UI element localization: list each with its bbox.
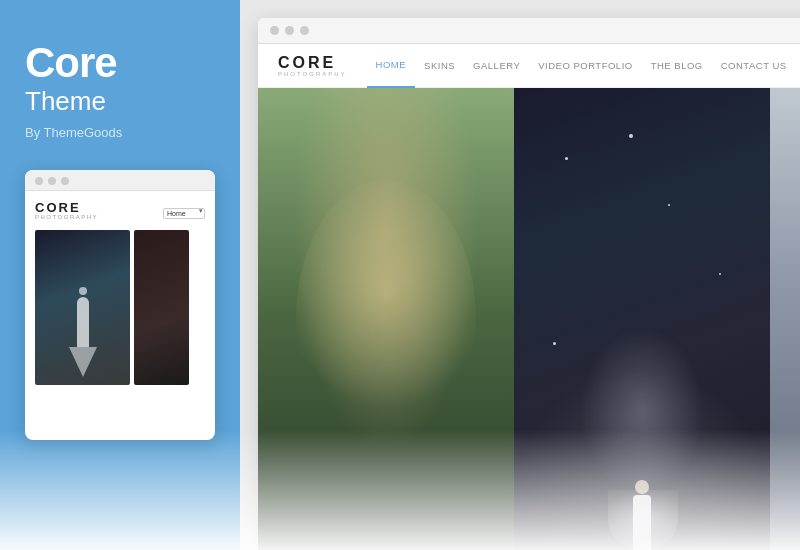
mini-dot-3 bbox=[61, 177, 69, 185]
mini-select-wrapper[interactable]: Home Gallery About bbox=[163, 202, 205, 220]
nav-item-home[interactable]: HOME bbox=[367, 44, 416, 88]
browser-dot-1 bbox=[270, 26, 279, 35]
nav-item-blog[interactable]: THE BLOG bbox=[642, 44, 712, 88]
nav-item-skins[interactable]: SKINS bbox=[415, 44, 464, 88]
center-figure bbox=[602, 157, 682, 550]
mini-nav-select[interactable]: Home Gallery About bbox=[163, 208, 205, 219]
gallery-image-center bbox=[514, 88, 770, 550]
gallery-col-right bbox=[770, 88, 800, 550]
browser-bar bbox=[258, 18, 800, 44]
mini-header-row: CORE PHOTOGRAPHY Home Gallery About bbox=[35, 201, 205, 220]
browser-dot-2 bbox=[285, 26, 294, 35]
mini-main-image bbox=[35, 230, 130, 385]
theme-title: Core Theme By ThemeGoods bbox=[25, 40, 122, 170]
nav-item-contact[interactable]: CONTACT US bbox=[712, 44, 796, 88]
mini-browser-bar bbox=[25, 170, 215, 191]
mini-dot-1 bbox=[35, 177, 43, 185]
mini-preview: CORE PHOTOGRAPHY Home Gallery About bbox=[25, 170, 215, 440]
nav-items: HOME SKINS GALLERY VIDEO PORTFOLIO THE B… bbox=[367, 44, 800, 88]
mini-logo: CORE PHOTOGRAPHY bbox=[35, 201, 98, 220]
mini-dot-2 bbox=[48, 177, 56, 185]
mini-content: CORE PHOTOGRAPHY Home Gallery About bbox=[25, 191, 215, 385]
sparkle-3 bbox=[629, 134, 633, 138]
site-logo: CORE PHOTOGRAPHY bbox=[278, 55, 347, 77]
gallery-area bbox=[258, 88, 800, 550]
gallery-col-center bbox=[514, 88, 770, 550]
nav-item-gallery[interactable]: GALLERY bbox=[464, 44, 529, 88]
right-panel: CORE PHOTOGRAPHY HOME SKINS GALLERY VIDE… bbox=[240, 0, 800, 550]
nav-item-video[interactable]: VIDEO PORTFOLIO bbox=[529, 44, 641, 88]
gallery-image-left bbox=[258, 88, 514, 550]
gallery-col-left bbox=[258, 88, 514, 550]
gallery-fade-right bbox=[770, 430, 800, 550]
sparkle-1 bbox=[565, 157, 568, 160]
gallery-image-right bbox=[770, 88, 800, 550]
browser-window: CORE PHOTOGRAPHY HOME SKINS GALLERY VIDE… bbox=[258, 18, 800, 550]
browser-dot-3 bbox=[300, 26, 309, 35]
mini-figure bbox=[69, 287, 97, 377]
mini-images bbox=[35, 230, 205, 385]
sparkle-5 bbox=[553, 342, 556, 345]
site-nav: CORE PHOTOGRAPHY HOME SKINS GALLERY VIDE… bbox=[258, 44, 800, 88]
left-panel: Core Theme By ThemeGoods CORE PHOTOGRAPH… bbox=[0, 0, 240, 550]
mini-side-image bbox=[134, 230, 189, 385]
nav-item-shortcodes[interactable]: SHORTCODES bbox=[796, 44, 800, 88]
sparkle-4 bbox=[719, 273, 721, 275]
